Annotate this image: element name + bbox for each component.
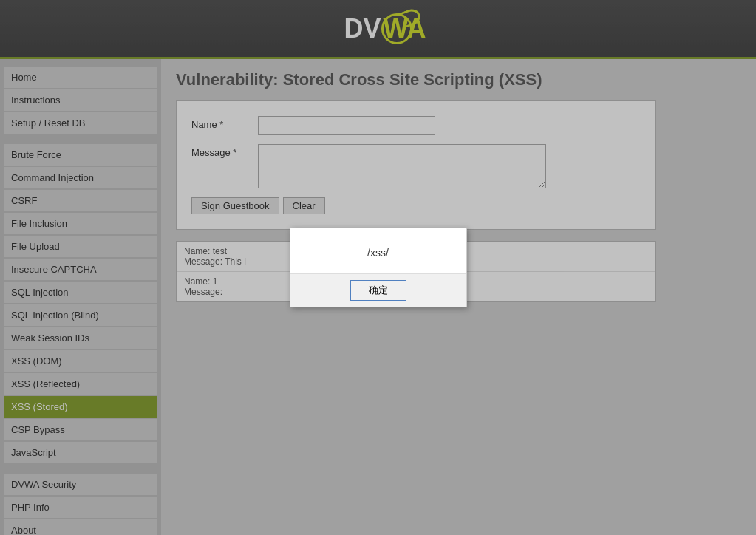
dialog-overlay: /xss/ 确定 — [0, 0, 756, 535]
dialog-footer: 确定 — [290, 273, 466, 307]
dialog-content: /xss/ — [367, 247, 389, 259]
dialog-body: /xss/ — [290, 228, 466, 273]
dialog-box: /xss/ 确定 — [290, 228, 467, 307]
dialog-ok-button[interactable]: 确定 — [350, 280, 406, 301]
